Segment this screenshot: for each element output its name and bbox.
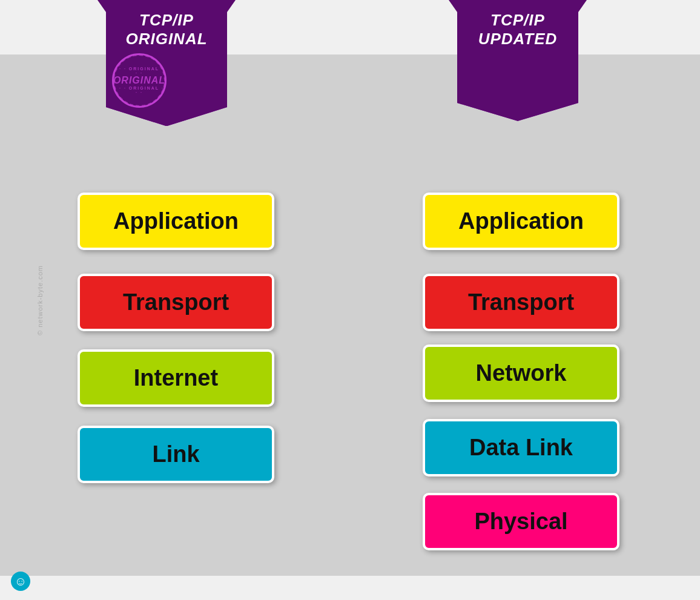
- person-icon: ☺: [11, 572, 30, 591]
- right-layer-transport: Transport: [423, 274, 619, 331]
- left-banner-body: TCP/IP Original · · · ORIGINAL · · · Ori…: [106, 0, 227, 126]
- bottom-logo: ☺: [11, 572, 30, 591]
- right-banner-body: TCP/IP Updated: [457, 0, 578, 121]
- left-layer-transport: Transport: [78, 274, 274, 331]
- right-banner-title: TCP/IP Updated: [463, 11, 572, 48]
- left-layer-internet: Internet: [78, 349, 274, 407]
- left-layer-link: Link: [78, 426, 274, 483]
- right-banner: TCP/IP Updated: [457, 0, 578, 121]
- watermark: © network-byte.com: [36, 265, 44, 335]
- left-layer-application: Application: [78, 193, 274, 250]
- right-layer-physical: Physical: [423, 493, 619, 550]
- bottom-bar: [0, 576, 700, 600]
- right-layer-network: Network: [423, 345, 619, 402]
- left-banner-title: TCP/IP Original: [112, 11, 221, 48]
- right-layer-datalink: Data Link: [423, 419, 619, 476]
- right-layer-application: Application: [423, 193, 619, 250]
- original-stamp: · · · ORIGINAL · · · Original · · · ORIG…: [112, 53, 167, 108]
- left-banner: TCP/IP Original · · · ORIGINAL · · · Ori…: [106, 0, 227, 126]
